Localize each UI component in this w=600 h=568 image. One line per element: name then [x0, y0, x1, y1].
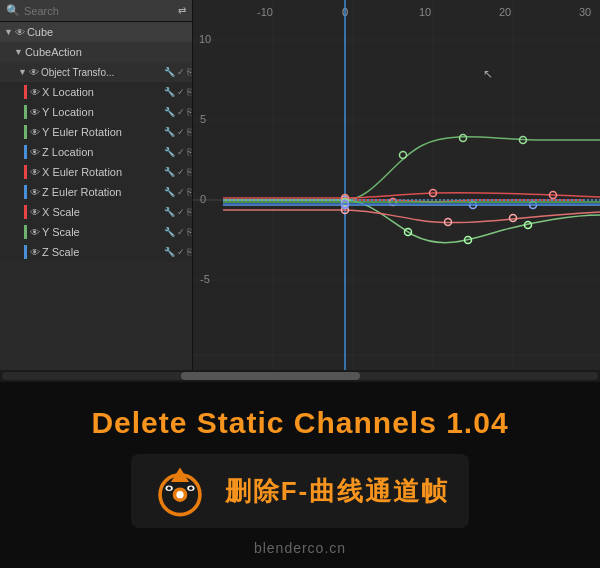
check-icon-yloc: ✓ — [177, 107, 185, 117]
channel-item-obj-transform[interactable]: ▼ 👁 Object Transfo... 🔧 ✓ ⎘ — [0, 62, 192, 82]
svg-text:↖: ↖ — [483, 67, 493, 81]
eye-icon-yscale: 👁 — [30, 227, 40, 238]
eye-icon-zscale: 👁 — [30, 247, 40, 258]
promo-title: Delete Static Channels 1.04 — [91, 406, 508, 440]
copy-icon-xeuler: ⎘ — [187, 167, 192, 177]
channel-item-z-scale[interactable]: 👁 Z Scale 🔧 ✓ ⎘ — [0, 242, 192, 262]
channel-item-cube[interactable]: ▼ 👁 Cube — [0, 22, 192, 42]
wrench-icon-yscale: 🔧 — [164, 227, 175, 237]
copy-icon-zeuler: ⎘ — [187, 187, 192, 197]
color-bar-z-euler — [24, 185, 27, 199]
collapse-icon-action: ▼ — [14, 47, 23, 57]
copy-icon-zscale: ⎘ — [187, 247, 192, 257]
channel-label-z-location: Z Location — [42, 146, 164, 158]
check-icon: ✓ — [177, 67, 185, 77]
channel-label-z-scale: Z Scale — [42, 246, 164, 258]
channel-label-cube: Cube — [27, 26, 192, 38]
svg-text:10: 10 — [199, 33, 211, 45]
blender-editor: 🔍 ⇄ ▼ 👁 Cube ▼ CubeAction ▼ 👁 Object Tra… — [0, 0, 600, 370]
color-bar-x-euler — [24, 165, 27, 179]
search-icon: 🔍 — [6, 4, 20, 17]
channel-item-y-scale[interactable]: 👁 Y Scale 🔧 ✓ ⎘ — [0, 222, 192, 242]
check-icon-zscale: ✓ — [177, 247, 185, 257]
graph-canvas: -10 0 10 20 30 10 5 0 -5 ↖ — [193, 0, 600, 370]
eye-icon: 👁 — [15, 27, 25, 38]
channel-label-x-euler: X Euler Rotation — [42, 166, 164, 178]
check-icon-xscale: ✓ — [177, 207, 185, 217]
scrollbar-track[interactable] — [2, 372, 598, 380]
wrench-icon-yeuler: 🔧 — [164, 127, 175, 137]
wrench-icon: 🔧 — [164, 67, 175, 77]
eye-icon-zloc: 👁 — [30, 147, 40, 158]
collapse-icon: ▼ — [4, 27, 13, 37]
check-icon-yeuler: ✓ — [177, 127, 185, 137]
eye-icon-yeuler: 👁 — [30, 127, 40, 138]
svg-text:-10: -10 — [257, 6, 273, 18]
check-icon-xloc: ✓ — [177, 87, 185, 97]
channel-item-x-scale[interactable]: 👁 X Scale 🔧 ✓ ⎘ — [0, 202, 192, 222]
copy-icon-yloc: ⎘ — [187, 107, 192, 117]
scrollbar-area[interactable] — [0, 370, 600, 382]
eye-icon-xeuler: 👁 — [30, 167, 40, 178]
arrow-icon: ⇄ — [178, 5, 186, 16]
search-input[interactable] — [24, 5, 178, 17]
copy-icon-yscale: ⎘ — [187, 227, 192, 237]
channel-item-y-euler[interactable]: 👁 Y Euler Rotation 🔧 ✓ ⎘ — [0, 122, 192, 142]
wrench-icon-zscale: 🔧 — [164, 247, 175, 257]
copy-icon-zloc: ⎘ — [187, 147, 192, 157]
svg-text:20: 20 — [499, 6, 511, 18]
eye-icon-transform: 👁 — [29, 67, 39, 78]
svg-text:0: 0 — [200, 193, 206, 205]
channel-label-y-scale: Y Scale — [42, 226, 164, 238]
copy-icon: ⎘ — [187, 67, 192, 77]
svg-text:30: 30 — [579, 6, 591, 18]
check-icon-zloc: ✓ — [177, 147, 185, 157]
svg-point-50 — [189, 486, 193, 490]
copy-icon-yeuler: ⎘ — [187, 127, 192, 137]
color-bar-x-scale — [24, 205, 27, 219]
color-bar-y-scale — [24, 225, 27, 239]
color-bar-x-location — [24, 85, 27, 99]
channel-item-z-location[interactable]: 👁 Z Location 🔧 ✓ ⎘ — [0, 142, 192, 162]
collapse-icon-transform: ▼ — [18, 67, 27, 77]
eye-icon-xscale: 👁 — [30, 207, 40, 218]
eye-icon-zeuler: 👁 — [30, 187, 40, 198]
channel-item-y-location[interactable]: 👁 Y Location 🔧 ✓ ⎘ — [0, 102, 192, 122]
channel-label-z-euler: Z Euler Rotation — [42, 186, 164, 198]
svg-point-45 — [176, 491, 183, 498]
wrench-icon-yloc: 🔧 — [164, 107, 175, 117]
channel-label-transform: Object Transfo... — [41, 67, 164, 78]
scrollbar-thumb[interactable] — [181, 372, 360, 380]
wrench-icon-xeuler: 🔧 — [164, 167, 175, 177]
channel-label-y-euler: Y Euler Rotation — [42, 126, 164, 138]
channel-item-x-location[interactable]: 👁 X Location 🔧 ✓ ⎘ — [0, 82, 192, 102]
channel-item-z-euler[interactable]: 👁 Z Euler Rotation 🔧 ✓ ⎘ — [0, 182, 192, 202]
eye-icon-yloc: 👁 — [30, 107, 40, 118]
copy-icon-xscale: ⎘ — [187, 207, 192, 217]
color-bar-z-scale — [24, 245, 27, 259]
svg-point-49 — [167, 486, 171, 490]
channel-panel: 🔍 ⇄ ▼ 👁 Cube ▼ CubeAction ▼ 👁 Object Tra… — [0, 0, 193, 370]
channel-list: ▼ 👁 Cube ▼ CubeAction ▼ 👁 Object Transfo… — [0, 22, 192, 370]
color-bar-y-euler — [24, 125, 27, 139]
blender-logo — [151, 462, 209, 520]
search-bar[interactable]: 🔍 ⇄ — [0, 0, 192, 22]
check-icon-yscale: ✓ — [177, 227, 185, 237]
channel-item-cube-action[interactable]: ▼ CubeAction — [0, 42, 192, 62]
wrench-icon-zloc: 🔧 — [164, 147, 175, 157]
copy-icon-xloc: ⎘ — [187, 87, 192, 97]
channel-label-cubeaction: CubeAction — [25, 46, 192, 58]
graph-area[interactable]: -10 0 10 20 30 10 5 0 -5 ↖ — [193, 0, 600, 370]
color-bar-z-location — [24, 145, 27, 159]
promo-url: blenderco.cn — [254, 540, 346, 556]
channel-label-x-location: X Location — [42, 86, 164, 98]
wrench-icon-xloc: 🔧 — [164, 87, 175, 97]
promo-badge: 删除F-曲线通道帧 — [131, 454, 470, 528]
svg-rect-0 — [193, 0, 600, 370]
check-icon-xeuler: ✓ — [177, 167, 185, 177]
channel-item-x-euler[interactable]: 👁 X Euler Rotation 🔧 ✓ ⎘ — [0, 162, 192, 182]
svg-text:5: 5 — [200, 113, 206, 125]
promo-chinese-text: 删除F-曲线通道帧 — [225, 474, 450, 509]
channel-label-x-scale: X Scale — [42, 206, 164, 218]
wrench-icon-xscale: 🔧 — [164, 207, 175, 217]
